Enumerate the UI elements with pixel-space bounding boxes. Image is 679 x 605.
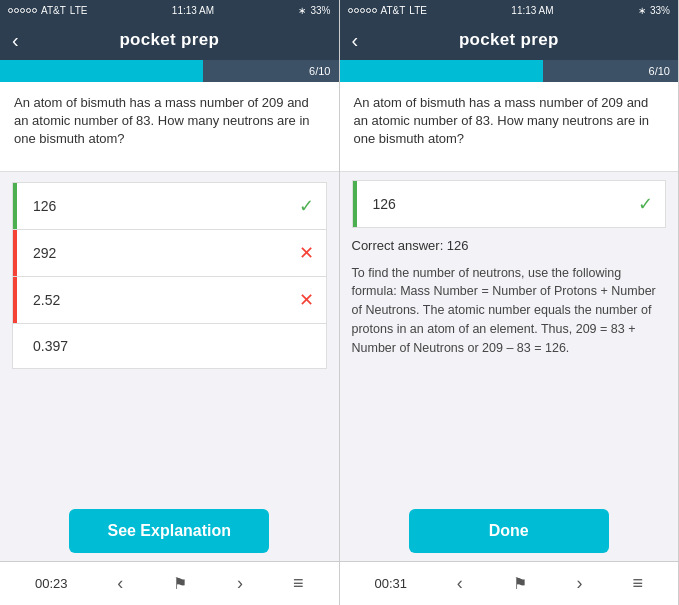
carrier-left: AT&T (41, 5, 66, 16)
answers-left: 126 ✓ 292 ✕ 2.52 ✕ 0.397 (0, 172, 339, 499)
progress-text-left: 6/10 (309, 65, 330, 77)
progress-fill-left (0, 60, 203, 82)
indicator-1 (13, 183, 17, 229)
bluetooth-icon: ∗ (298, 5, 306, 16)
back-button-left[interactable]: ‹ (12, 29, 19, 52)
nav-back-right[interactable]: ‹ (457, 573, 463, 594)
nav-menu-left[interactable]: ≡ (293, 573, 304, 594)
carrier-right: AT&T (381, 5, 406, 16)
answer-1[interactable]: 126 ✓ (12, 182, 327, 229)
network-left: LTE (70, 5, 88, 16)
right-panel: AT&T LTE 11:13 AM ∗ 33% ‹ pocket prep 6/… (340, 0, 680, 605)
header-left: ‹ pocket prep (0, 20, 339, 60)
time-right: 11:13 AM (511, 5, 553, 16)
status-bar-right: AT&T LTE 11:13 AM ∗ 33% (340, 0, 679, 20)
dot5r (372, 8, 377, 13)
time-left: 11:13 AM (172, 5, 214, 16)
dot1r (348, 8, 353, 13)
dot3r (360, 8, 365, 13)
correct-answer-label: Correct answer: 126 (352, 236, 667, 256)
bottom-area-left: See Explanation (0, 499, 339, 561)
nav-time-left: 00:23 (35, 576, 68, 591)
answers-right: 126 ✓ Correct answer: 126 To find the nu… (340, 172, 679, 499)
nav-flag-right[interactable]: ⚑ (513, 574, 527, 593)
dot1 (8, 8, 13, 13)
bluetooth-icon-r: ∗ (638, 5, 646, 16)
indicator-2 (13, 230, 17, 276)
status-right: ∗ 33% (298, 5, 330, 16)
answer-text-3: 2.52 (25, 292, 60, 308)
battery-right: 33% (650, 5, 670, 16)
answer-3[interactable]: 2.52 ✕ (12, 276, 327, 323)
question-text-right: An atom of bismuth has a mass number of … (354, 95, 650, 146)
checkmark-icon-1: ✓ (299, 195, 314, 217)
progress-bar-right: 6/10 (340, 60, 679, 82)
done-button[interactable]: Done (409, 509, 609, 553)
nav-time-right: 00:31 (374, 576, 407, 591)
bottom-area-right: Done (340, 499, 679, 561)
bottom-nav-left: 00:23 ‹ ⚑ › ≡ (0, 561, 339, 605)
question-left: An atom of bismuth has a mass number of … (0, 82, 339, 172)
app-title-right: pocket prep (459, 30, 559, 50)
cross-icon-2: ✕ (299, 242, 314, 264)
battery-left: 33% (310, 5, 330, 16)
checkmark-icon-correct: ✓ (638, 193, 653, 215)
nav-forward-left[interactable]: › (237, 573, 243, 594)
nav-back-left[interactable]: ‹ (117, 573, 123, 594)
answer-text-4: 0.397 (25, 338, 68, 354)
header-right: ‹ pocket prep (340, 20, 679, 60)
dot5 (32, 8, 37, 13)
see-explanation-button[interactable]: See Explanation (69, 509, 269, 553)
nav-menu-right[interactable]: ≡ (632, 573, 643, 594)
cross-icon-3: ✕ (299, 289, 314, 311)
answer-4[interactable]: 0.397 (12, 323, 327, 369)
answer-2[interactable]: 292 ✕ (12, 229, 327, 276)
progress-fill-right (340, 60, 543, 82)
bottom-nav-right: 00:31 ‹ ⚑ › ≡ (340, 561, 679, 605)
progress-bar-left: 6/10 (0, 60, 339, 82)
signal-dots-r (348, 8, 377, 13)
progress-text-right: 6/10 (649, 65, 670, 77)
status-bar-left: AT&T LTE 11:13 AM ∗ 33% (0, 0, 339, 20)
indicator-3 (13, 277, 17, 323)
dot2r (354, 8, 359, 13)
dot3 (20, 8, 25, 13)
indicator-4 (13, 324, 17, 368)
correct-answer-item: 126 ✓ (352, 180, 667, 228)
explanation-text: To find the number of neutrons, use the … (352, 264, 667, 358)
status-left-r: AT&T LTE (348, 5, 427, 16)
answer-text-1: 126 (25, 198, 56, 214)
question-right: An atom of bismuth has a mass number of … (340, 82, 679, 172)
back-button-right[interactable]: ‹ (352, 29, 359, 52)
correct-answer-value: 126 (365, 196, 396, 212)
status-left: AT&T LTE (8, 5, 87, 16)
signal-dots (8, 8, 37, 13)
network-right: LTE (409, 5, 427, 16)
explanation-box: Correct answer: 126 To find the number o… (352, 236, 667, 489)
nav-flag-left[interactable]: ⚑ (173, 574, 187, 593)
answer-text-2: 292 (25, 245, 56, 261)
app-title-left: pocket prep (119, 30, 219, 50)
status-right-r: ∗ 33% (638, 5, 670, 16)
dot4r (366, 8, 371, 13)
question-text-left: An atom of bismuth has a mass number of … (14, 95, 310, 146)
dot2 (14, 8, 19, 13)
left-panel: AT&T LTE 11:13 AM ∗ 33% ‹ pocket prep 6/… (0, 0, 340, 605)
indicator-correct (353, 181, 357, 227)
nav-forward-right[interactable]: › (577, 573, 583, 594)
dot4 (26, 8, 31, 13)
